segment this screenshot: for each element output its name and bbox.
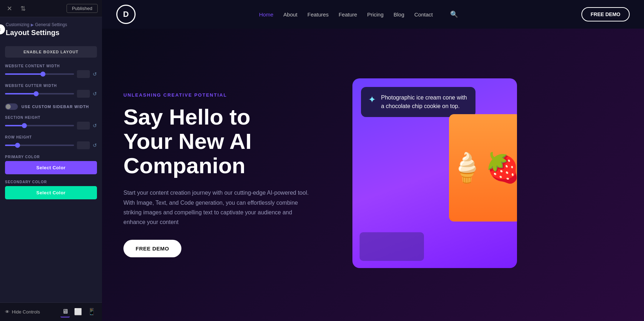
website-gutter-width-track[interactable] [5, 93, 74, 94]
enable-boxed-button[interactable]: ENABLE BOXED LAYOUT [5, 46, 97, 58]
website-gutter-width-label: WEBSITE GUTTER WIDTH [5, 84, 97, 88]
nav-logo: D [116, 5, 136, 24]
hero-cta-button[interactable]: FREE DEMO [123, 240, 181, 257]
row-height-slider-row: 2 ↺ [5, 141, 97, 149]
panel-bottom-bar: 👁 Hide Controls 🖥 ⬜ 📱 [0, 302, 102, 321]
section-height-fill [5, 125, 24, 126]
device-mobile-icon[interactable]: 📱 [86, 306, 97, 317]
hero-title-line2: Your New AI [123, 129, 252, 154]
ice-cream-image: 🍦🍓 [449, 114, 517, 222]
panel-body: ENABLE BOXED LAYOUT WEBSITE CONTENT WIDT… [0, 42, 102, 302]
hero-section: UNLEASHING CREATIVE POTENTIAL Say Hello … [102, 29, 644, 321]
hero-left: UNLEASHING CREATIVE POTENTIAL Say Hello … [123, 92, 338, 257]
nav-link-about[interactable]: About [283, 11, 297, 18]
published-button[interactable]: Published [67, 4, 98, 13]
left-settings-panel: ✕ ⇅ Published ‹ Customizing ▶ General Se… [0, 0, 102, 321]
breadcrumb-parent[interactable]: Customizing [6, 22, 29, 27]
ai-star-icon: ✦ [368, 94, 376, 105]
nav-link-features[interactable]: Features [307, 11, 328, 18]
secondary-color-label: SECONDARY COLOR [5, 180, 97, 184]
nav-cta-button[interactable]: FREE DEMO [581, 7, 630, 21]
panel-title: Layout Settings [0, 29, 102, 42]
section-height-track[interactable] [5, 125, 74, 126]
ice-cream-visual: 🍦🍓 [449, 151, 517, 185]
device-icons-group: 🖥 ⬜ 📱 [60, 306, 97, 317]
eye-icon: 👁 [5, 309, 10, 315]
section-height-slider-row: 4 ↺ [5, 122, 97, 130]
row-height-group: ROW HEIGHT 2 ↺ [5, 135, 97, 149]
toggle-knob [6, 104, 11, 109]
website-content-width-slider-row: 1080 ↺ [5, 70, 97, 78]
device-desktop-icon[interactable]: 🖥 [60, 306, 70, 317]
hero-card-inner: ✦ Photographic ice cream cone with a cho… [352, 78, 517, 268]
website-gutter-width-slider-row: 3 ↺ [5, 90, 97, 98]
hide-controls-button[interactable]: 👁 Hide Controls [5, 309, 40, 315]
website-content-width-value[interactable]: 1080 [77, 70, 90, 78]
primary-color-button[interactable]: Select Color [5, 161, 97, 174]
website-content-width-reset[interactable]: ↺ [93, 71, 97, 77]
primary-color-label: PRIMARY COLOR [5, 155, 97, 159]
primary-color-section: PRIMARY COLOR Select Color [5, 155, 97, 174]
section-height-label: SECTION HEIGHT [5, 116, 97, 120]
device-tablet-icon[interactable]: ⬜ [73, 306, 83, 317]
nav-links: Home About Features Feature Pricing Blog… [259, 10, 458, 18]
panel-topbar: ✕ ⇅ Published [0, 0, 102, 17]
hero-right: ✦ Photographic ice cream cone with a cho… [352, 78, 524, 272]
hero-title-line3: Companion [123, 153, 245, 178]
hide-controls-label: Hide Controls [12, 309, 40, 315]
swap-button[interactable]: ⇅ [18, 4, 28, 14]
ai-bubble-text: Photographic ice cream cone with a choco… [381, 93, 468, 111]
section-height-value[interactable]: 4 [77, 122, 90, 130]
website-content-width-track[interactable] [5, 73, 74, 75]
search-icon[interactable]: 🔍 [450, 10, 458, 18]
purple-overlay-box [360, 232, 424, 261]
breadcrumb-arrow-icon: ▶ [31, 23, 34, 27]
nav-link-home[interactable]: Home [259, 11, 273, 18]
row-height-value[interactable]: 2 [77, 141, 90, 149]
secondary-color-section: SECONDARY COLOR Select Color [5, 180, 97, 199]
custom-sidebar-toggle-row: USE CUSTOM SIDEBAR WIDTH [5, 103, 97, 110]
website-gutter-width-value[interactable]: 3 [77, 90, 90, 98]
website-gutter-width-reset[interactable]: ↺ [93, 91, 97, 97]
custom-sidebar-toggle[interactable] [5, 103, 18, 110]
row-height-reset[interactable]: ↺ [93, 142, 97, 148]
ai-bubble: ✦ Photographic ice cream cone with a cho… [361, 87, 475, 117]
preview-nav: D Home About Features Feature Pricing Bl… [102, 0, 644, 29]
section-height-group: SECTION HEIGHT 4 ↺ [5, 116, 97, 130]
nav-link-pricing[interactable]: Pricing [367, 11, 384, 18]
row-height-track[interactable] [5, 145, 74, 146]
close-button[interactable]: ✕ [4, 4, 14, 14]
hero-card: ✦ Photographic ice cream cone with a cho… [352, 78, 517, 268]
hero-tagline: UNLEASHING CREATIVE POTENTIAL [123, 92, 338, 98]
breadcrumb: Customizing ▶ General Settings [0, 17, 102, 29]
secondary-color-button[interactable]: Select Color [5, 186, 97, 199]
breadcrumb-child: General Settings [35, 22, 67, 27]
row-height-label: ROW HEIGHT [5, 135, 97, 139]
nav-link-contact[interactable]: Contact [414, 11, 433, 18]
website-content-width-thumb[interactable] [40, 72, 45, 77]
website-content-width-label: WEBSITE CONTENT WIDTH [5, 64, 97, 68]
row-height-thumb[interactable] [15, 143, 20, 148]
website-gutter-width-thumb[interactable] [34, 91, 39, 96]
hero-title: Say Hello to Your New AI Companion [123, 105, 338, 178]
hero-title-line1: Say Hello to [123, 104, 250, 129]
nav-link-feature[interactable]: Feature [338, 11, 357, 18]
website-content-width-group: WEBSITE CONTENT WIDTH 1080 ↺ [5, 64, 97, 78]
nav-link-blog[interactable]: Blog [394, 11, 404, 18]
main-preview: D Home About Features Feature Pricing Bl… [102, 0, 644, 321]
website-gutter-width-fill [5, 93, 36, 94]
website-gutter-width-group: WEBSITE GUTTER WIDTH 3 ↺ [5, 84, 97, 98]
section-height-thumb[interactable] [22, 123, 27, 128]
section-height-reset[interactable]: ↺ [93, 123, 97, 128]
custom-sidebar-label: USE CUSTOM SIDEBAR WIDTH [21, 104, 89, 109]
website-content-width-fill [5, 73, 43, 75]
hero-description: Start your content creation journey with… [123, 188, 309, 227]
